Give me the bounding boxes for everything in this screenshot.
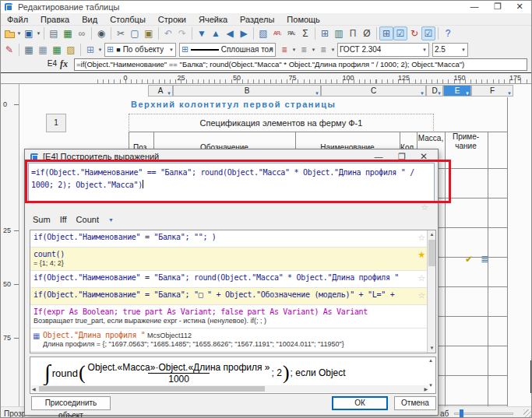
favorite-star-icon[interactable]: ★ xyxy=(417,250,425,260)
attach-object-button[interactable]: Присоединить объект xyxy=(31,396,111,410)
redo-button[interactable]: ↷ xyxy=(175,26,189,40)
scroll-down-icon[interactable]: ▼ xyxy=(428,344,436,353)
auto-update-button[interactable]: ☑ xyxy=(421,26,435,40)
paste-button[interactable]: ▣ xyxy=(142,26,156,40)
border-color-button[interactable]: ≡ xyxy=(277,43,291,57)
border-style-button-dropdown[interactable]: ▼ xyxy=(311,47,316,52)
menu-помощь[interactable]: Помощь xyxy=(280,15,326,24)
column-header-b[interactable]: B▼ xyxy=(173,85,321,97)
border-width-button[interactable]: ≡ xyxy=(316,43,330,57)
report-book-button[interactable]: ▥ xyxy=(332,26,346,40)
suggestion-item[interactable]: if(Object."Наименование" = "Балка"; roun… xyxy=(30,271,428,288)
page-frame-button[interactable]: П xyxy=(346,26,360,40)
scroll-right-icon[interactable]: ▶ xyxy=(424,386,428,392)
resize-grip[interactable] xyxy=(523,409,531,417)
dialog-minimize-button[interactable]: — xyxy=(369,151,388,163)
chevron-down-icon[interactable]: ▼ xyxy=(269,47,273,52)
suggestion-item[interactable]: count()= {1; 4; 2}★ xyxy=(30,248,428,271)
check-expressions-button[interactable]: ☑ xyxy=(393,26,407,40)
function-tab-count[interactable]: Count xyxy=(76,215,99,224)
column-header-e[interactable]: E▼ xyxy=(443,85,471,97)
menu-правка[interactable]: Правка xyxy=(34,15,76,24)
unmerge-cells-button[interactable]: ▦ xyxy=(36,43,50,57)
text-style-combo[interactable]: ГОСТ 2.304▼ xyxy=(337,43,429,57)
borders-dropdown-button-dropdown[interactable]: ▼ xyxy=(97,47,103,52)
suggestion-item[interactable]: if(Object."Наименование" = "Балка"; "□ "… xyxy=(30,288,428,305)
suggestion-item[interactable]: ▦Object."Длина профиля " McsObject112Дли… xyxy=(30,328,428,352)
function-tab-sum[interactable]: Sum xyxy=(33,215,51,224)
auto-calc-button[interactable]: ⊞ xyxy=(379,26,393,40)
save-button[interactable]: ▣ xyxy=(22,26,36,40)
preview-button[interactable]: ◉ xyxy=(94,26,108,40)
zoom-slider[interactable] xyxy=(454,413,513,415)
function-tab-iff[interactable]: Iff xyxy=(60,215,67,224)
refresh-button[interactable]: ↻ xyxy=(407,26,421,40)
open-button-dropdown[interactable]: ▼ xyxy=(16,31,22,36)
move-right-button[interactable]: ▶ xyxy=(237,26,251,40)
copy-sheet-button[interactable]: ▤ xyxy=(47,26,61,40)
cut-button[interactable]: ✂ xyxy=(114,26,128,40)
favorite-star-icon[interactable]: ☆ xyxy=(421,202,428,213)
chevron-down-icon[interactable]: ▼ xyxy=(422,47,427,52)
text-height-combo[interactable]: 2.5▼ xyxy=(432,43,468,57)
border-width-button-dropdown[interactable]: ▼ xyxy=(330,47,336,52)
line-style-combo[interactable]: ⊞Сплошная толс▼ xyxy=(179,43,276,57)
preview-hscroll[interactable]: ◀ ▶ xyxy=(31,385,428,392)
format-painter-button[interactable]: ✎ xyxy=(2,43,16,57)
scroll-left-icon[interactable]: ◀ xyxy=(32,386,36,392)
cell-borders-green-button[interactable]: ▦ xyxy=(50,43,64,57)
chevron-down-icon[interactable]: ▼ xyxy=(169,47,174,52)
column-header-c[interactable]: C▼ xyxy=(321,85,426,97)
move-down-button[interactable]: ▼ xyxy=(195,26,209,40)
edit-cell-button[interactable]: ▨ xyxy=(64,43,78,57)
copy-button[interactable]: ▢ xyxy=(128,26,142,40)
border-style-button[interactable]: ≡ xyxy=(297,43,311,57)
zoom-slider-thumb[interactable] xyxy=(460,409,463,418)
menu-столбцы[interactable]: Столбцы xyxy=(104,15,152,24)
favorite-star-icon[interactable]: ☆ xyxy=(417,233,425,243)
close-button[interactable]: ✕ xyxy=(509,1,530,13)
favorite-star-icon[interactable]: ☆ xyxy=(417,290,425,300)
insert-image-button[interactable]: ▧ xyxy=(256,26,270,40)
column-header-f[interactable]: F▼ xyxy=(471,85,513,97)
menu-вид[interactable]: Вид xyxy=(76,15,104,24)
menu-ячейка[interactable]: Ячейка xyxy=(192,15,234,24)
cancel-button[interactable]: Отмена xyxy=(394,396,436,410)
cell-confirm-icon[interactable]: ✔ xyxy=(465,254,473,265)
help-button[interactable]: ? xyxy=(441,26,455,40)
row-header-1[interactable]: 1 xyxy=(46,114,66,132)
column-dropdown-icon[interactable]: ▼ xyxy=(315,89,319,99)
column-dropdown-icon[interactable]: ▼ xyxy=(420,89,425,99)
export-table-button[interactable]: ▦ xyxy=(61,26,75,40)
scroll-thumb[interactable] xyxy=(428,240,435,266)
sort-asc-button[interactable]: АЯ↓ xyxy=(270,26,284,40)
scroll-up-icon[interactable]: ▲ xyxy=(428,230,436,239)
minimize-button[interactable]: — xyxy=(464,1,484,13)
dialog-close-button[interactable]: ✕ xyxy=(414,151,433,163)
dialog-maximize-button[interactable]: ❐ xyxy=(393,151,411,163)
list-scrollbar[interactable]: ▲ ▼ xyxy=(427,230,435,353)
merge-cells-button[interactable]: ▦ xyxy=(22,43,36,57)
save-button-dropdown[interactable]: ▼ xyxy=(36,31,41,36)
menu-строки[interactable]: Строки xyxy=(152,15,192,24)
preview-vscroll[interactable]: ▲▼ xyxy=(428,358,435,388)
borders-dropdown-button[interactable]: ⊞ xyxy=(83,43,97,57)
expression-textarea[interactable]: =if(Object."Наименование" == "Балка"; ro… xyxy=(28,163,435,202)
menu-файл[interactable]: Файл xyxy=(1,15,34,24)
menu-разделы[interactable]: Разделы xyxy=(234,15,280,24)
column-dropdown-icon[interactable]: ▼ xyxy=(465,89,470,99)
ok-button[interactable]: ОК xyxy=(332,396,388,410)
column-dropdown-icon[interactable]: ▼ xyxy=(437,89,442,99)
open-button[interactable] xyxy=(2,26,16,40)
cell-align-icon[interactable]: ≣ xyxy=(481,254,488,265)
maximize-button[interactable]: ❐ xyxy=(488,1,508,13)
sort-desc-button[interactable]: ЯА↓ xyxy=(284,26,298,40)
border-color-button-dropdown[interactable]: ▼ xyxy=(291,47,297,52)
suggestion-item[interactable]: if(Object."Наименование" = "Балка"; ""; … xyxy=(30,230,428,248)
spec-title-cell[interactable]: Спецификация элементов на ферму Ф-1 xyxy=(129,114,434,132)
move-left-button[interactable]: ◀ xyxy=(223,26,237,40)
formula-input[interactable]: =if(Object."Наименование" == "Балка"; ro… xyxy=(74,58,527,71)
undo-button[interactable]: ↶ xyxy=(161,26,175,40)
diameter-button[interactable]: Ø xyxy=(360,26,374,40)
chevron-down-icon[interactable]: ▼ xyxy=(461,47,466,52)
